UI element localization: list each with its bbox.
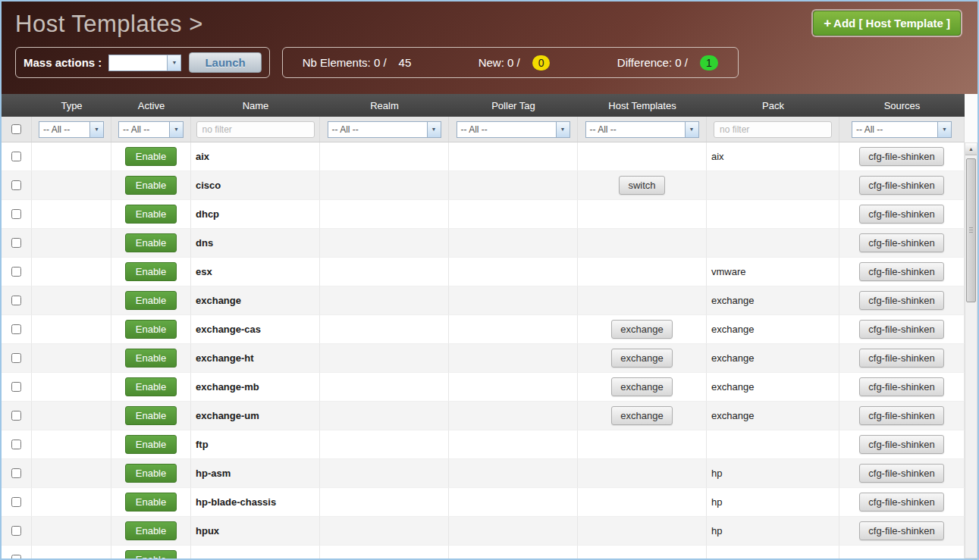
enable-button[interactable]: Enable — [125, 521, 177, 540]
source-button[interactable]: cfg-file-shinken — [859, 406, 943, 425]
host-template-link-button[interactable]: exchange — [611, 320, 672, 339]
host-template-link-button[interactable]: exchange — [611, 377, 672, 396]
column-header-checkbox — [2, 94, 32, 117]
column-header-pack[interactable]: Pack — [707, 94, 839, 117]
host-template-link-button[interactable]: exchange — [611, 349, 672, 368]
column-header-host-templates[interactable]: Host Templates — [578, 94, 707, 117]
vertical-scrollbar[interactable]: ▲ — [965, 142, 977, 558]
source-button[interactable]: cfg-file-shinken — [859, 233, 943, 252]
scrollbar-column: ▲ — [965, 94, 977, 558]
row-checkbox[interactable] — [11, 497, 21, 507]
row-checkbox[interactable] — [11, 526, 21, 536]
row-sources-cell: cfg-file-shinken — [839, 142, 965, 171]
column-header-name[interactable]: Name — [191, 94, 320, 117]
source-button[interactable]: cfg-file-shinken — [859, 435, 943, 454]
new-stat: New: 0 / 0 — [479, 55, 551, 70]
enable-button[interactable]: Enable — [125, 147, 177, 166]
name-filter-input[interactable] — [196, 121, 315, 138]
row-name-cell: exchange-mb — [191, 373, 320, 402]
enable-button[interactable]: Enable — [125, 262, 177, 281]
row-sources-cell: cfg-file-shinken — [839, 171, 965, 200]
host-template-name: exchange-mb — [196, 381, 259, 393]
row-checkbox[interactable] — [11, 324, 21, 334]
source-button[interactable]: cfg-file-shinken — [859, 291, 943, 310]
add-host-template-button[interactable]: + Add [ Host Template ] — [813, 11, 961, 36]
pack-filter-input[interactable] — [714, 121, 832, 138]
table-row: Enableaixaixcfg-file-shinken — [2, 142, 965, 171]
enable-button[interactable]: Enable — [125, 435, 177, 454]
realm-filter-select[interactable]: -- All -- ▼ — [328, 121, 441, 138]
column-header-sources[interactable]: Sources — [839, 94, 965, 117]
host-template-link-button[interactable]: switch — [619, 176, 664, 195]
row-checkbox[interactable] — [11, 382, 21, 392]
row-checkbox[interactable] — [11, 468, 21, 478]
source-button[interactable]: cfg-file-shinken — [859, 377, 943, 396]
mass-actions-select[interactable]: ▼ — [108, 55, 181, 71]
dropdown-arrow-icon: ▼ — [167, 55, 180, 70]
table-row: Enablehpuxhpcfg-file-shinken — [2, 517, 965, 546]
column-header-type[interactable]: Type — [32, 94, 111, 117]
pack-name: hp — [711, 525, 722, 537]
mass-actions-label: Mass actions : — [24, 56, 102, 69]
row-checkbox[interactable] — [11, 296, 21, 305]
enable-button[interactable]: Enable — [125, 176, 177, 195]
enable-button[interactable]: Enable — [125, 406, 177, 425]
column-header-poller-tag[interactable]: Poller Tag — [449, 94, 578, 117]
row-checkbox[interactable] — [11, 267, 21, 277]
filter-row: -- All -- ▼ -- All -- ▼ -- All -- — [2, 117, 965, 142]
active-filter-select[interactable]: -- All -- ▼ — [118, 121, 184, 138]
enable-button[interactable]: Enable — [125, 291, 177, 310]
row-checkbox[interactable] — [11, 238, 21, 248]
row-type-cell — [32, 402, 111, 430]
row-active-cell: Enable — [111, 459, 191, 488]
source-button[interactable]: cfg-file-shinken — [859, 147, 943, 166]
row-poller-tag-cell — [449, 142, 578, 171]
source-button[interactable]: cfg-file-shinken — [859, 464, 943, 483]
sources-filter-select[interactable]: -- All -- ▼ — [852, 121, 952, 138]
type-filter-select[interactable]: -- All -- ▼ — [39, 121, 104, 138]
row-realm-cell — [320, 258, 449, 286]
row-checkbox[interactable] — [11, 440, 21, 449]
table-row: Enablednscfg-file-shinken — [2, 229, 965, 258]
poller-tag-filter-select[interactable]: -- All -- ▼ — [457, 121, 570, 138]
enable-button[interactable]: Enable — [125, 205, 177, 224]
source-button[interactable]: cfg-file-shinken — [859, 521, 943, 540]
host-templates-filter-select[interactable]: -- All -- ▼ — [585, 121, 699, 138]
source-button[interactable]: cfg-file-shinken — [859, 262, 943, 281]
column-header-active[interactable]: Active — [111, 94, 191, 117]
row-checkbox[interactable] — [11, 555, 21, 558]
row-sources-cell: cfg-file-shinken — [839, 402, 965, 430]
source-button[interactable]: cfg-file-shinken — [859, 320, 943, 339]
row-checkbox[interactable] — [11, 180, 21, 190]
enable-button[interactable]: Enable — [125, 320, 177, 339]
host-template-name: exchange — [196, 295, 241, 306]
source-button[interactable]: cfg-file-shinken — [859, 176, 943, 195]
row-realm-cell — [320, 488, 449, 517]
source-button[interactable]: cfg-file-shinken — [859, 205, 943, 224]
row-checkbox[interactable] — [11, 209, 21, 219]
scrollbar-up-button[interactable]: ▲ — [965, 143, 977, 155]
row-name-cell: hp-asm — [191, 459, 320, 488]
source-button[interactable]: cfg-file-shinken — [859, 493, 943, 512]
enable-button[interactable]: Enable — [125, 233, 177, 252]
scrollbar-thumb[interactable] — [966, 158, 976, 302]
row-checkbox[interactable] — [11, 152, 21, 161]
column-header-realm[interactable]: Realm — [320, 94, 449, 117]
enable-button[interactable]: Enable — [125, 349, 177, 368]
enable-button[interactable]: Enable — [125, 550, 177, 558]
row-host-templates-cell — [578, 430, 707, 459]
row-checkbox[interactable] — [11, 411, 21, 421]
row-host-templates-cell — [578, 517, 707, 546]
enable-button[interactable]: Enable — [125, 493, 177, 512]
enable-button[interactable]: Enable — [125, 464, 177, 483]
host-template-link-button[interactable]: exchange — [611, 406, 672, 425]
select-all-checkbox[interactable] — [11, 124, 21, 134]
enable-button[interactable]: Enable — [125, 377, 177, 396]
row-checkbox[interactable] — [11, 353, 21, 363]
row-type-cell — [32, 344, 111, 373]
row-type-cell — [32, 488, 111, 517]
row-pack-cell: vmware — [707, 258, 839, 286]
launch-button[interactable]: Launch — [189, 52, 261, 73]
source-button[interactable]: cfg-file-shinken — [859, 349, 943, 368]
row-poller-tag-cell — [449, 258, 578, 286]
